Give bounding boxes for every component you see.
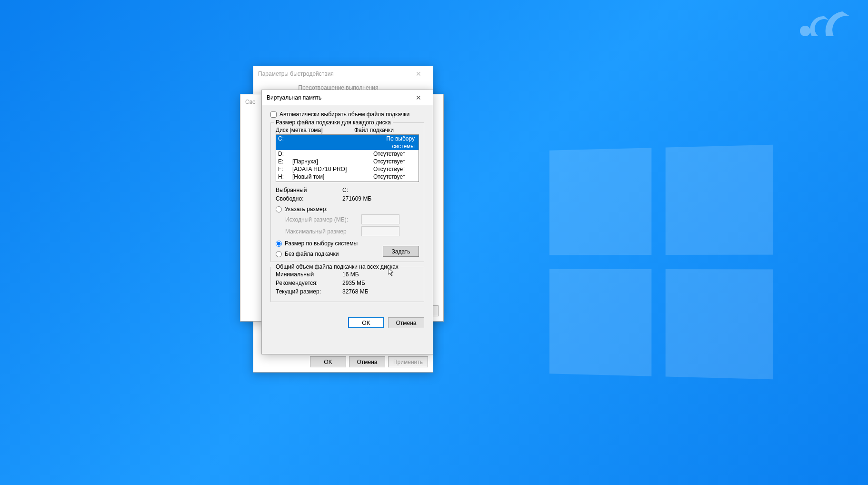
initial-size-label: Исходный размер (МБ): xyxy=(285,216,361,223)
max-size-label: Максимальный размер xyxy=(285,228,361,235)
windows-logo-background xyxy=(549,145,773,379)
set-button[interactable]: Задать xyxy=(383,246,419,257)
drive-row[interactable]: D:Отсутствует xyxy=(276,150,419,158)
auto-manage-checkbox[interactable] xyxy=(270,111,277,118)
drive-label: [Новый том] xyxy=(292,173,373,181)
vm-titlebar: Виртуальная память ✕ xyxy=(262,90,433,105)
initial-size-input xyxy=(361,214,399,224)
vm-ok-button[interactable]: OK xyxy=(348,317,384,328)
selected-drive-value: C: xyxy=(342,187,419,193)
drive-list[interactable]: C:По выбору системыD:ОтсутствуетE:[Парну… xyxy=(276,134,419,182)
close-icon[interactable]: ✕ xyxy=(409,69,428,79)
drive-label xyxy=(292,150,373,158)
min-value: 16 МБ xyxy=(342,271,359,278)
svg-point-0 xyxy=(800,26,810,36)
rec-value: 2935 МБ xyxy=(342,280,365,286)
virtual-memory-dialog: Виртуальная память ✕ Автоматически выбир… xyxy=(261,90,433,354)
per-drive-title: Размер файла подкачки для каждого диска xyxy=(274,119,393,126)
auto-manage-label: Автоматически выбирать объем файла подка… xyxy=(279,111,409,118)
free-space-value: 271609 МБ xyxy=(342,195,419,202)
drive-letter: D: xyxy=(278,150,292,158)
drive-row[interactable]: E:[Парнуха]Отсутствует xyxy=(276,158,419,165)
perf-ok-button[interactable]: OK xyxy=(310,356,346,367)
drive-letter: E: xyxy=(278,158,292,165)
drive-label: [ADATA HD710 PRO] xyxy=(292,165,373,173)
perf-cancel-button[interactable]: Отмена xyxy=(349,356,385,367)
radio-none-label: Без файла подкачки xyxy=(285,251,339,257)
drive-row[interactable]: C:По выбору системы xyxy=(276,135,419,150)
radio-custom-size[interactable] xyxy=(276,206,282,212)
cur-label: Текущий размер: xyxy=(276,288,342,295)
perf-title: Параметры быстродействия xyxy=(258,71,409,77)
totals-groupbox: Общий объем файла подкачки на всех диска… xyxy=(270,267,424,302)
perf-apply-button: Применить xyxy=(388,356,428,367)
drive-row[interactable]: H:[Новый том]Отсутствует xyxy=(276,173,419,181)
close-icon[interactable]: ✕ xyxy=(409,93,428,102)
cur-value: 32768 МБ xyxy=(342,288,369,295)
per-drive-groupbox: Размер файла подкачки для каждого диска … xyxy=(270,122,424,262)
drive-letter: H: xyxy=(278,173,292,181)
drive-list-header: Диск [метка тома] Файл подкачки xyxy=(276,127,419,133)
drive-letter: F: xyxy=(278,165,292,173)
drive-pagefile: Отсутствует xyxy=(373,158,417,165)
radio-system-label: Размер по выбору системы xyxy=(285,240,358,247)
min-label: Минимальный xyxy=(276,271,342,278)
drive-row[interactable]: F:[ADATA HD710 PRO]Отсутствует xyxy=(276,165,419,173)
drive-pagefile: Отсутствует xyxy=(373,165,417,173)
watermark-logo xyxy=(797,10,854,40)
radio-system-managed[interactable] xyxy=(276,241,282,247)
drive-label: [Парнуха] xyxy=(292,158,373,165)
col-page-label: Файл подкачки xyxy=(354,127,419,133)
col-drive-label: Диск [метка тома] xyxy=(276,127,354,133)
vm-cancel-button[interactable]: Отмена xyxy=(388,317,424,328)
vm-title: Виртуальная память xyxy=(267,94,409,101)
drive-pagefile: По выбору системы xyxy=(373,135,417,150)
radio-custom-label: Указать размер: xyxy=(285,206,328,212)
drive-label xyxy=(292,135,373,150)
selected-drive-label: Выбранный xyxy=(276,187,342,193)
max-size-input xyxy=(361,226,399,236)
free-space-label: Свободно: xyxy=(276,195,342,202)
drive-pagefile: Отсутствует xyxy=(373,150,417,158)
rec-label: Рекомендуется: xyxy=(276,280,342,286)
totals-title: Общий объем файла подкачки на всех диска… xyxy=(274,263,400,270)
perf-titlebar: Параметры быстродействия ✕ xyxy=(253,66,433,81)
radio-no-pagefile[interactable] xyxy=(276,251,282,257)
drive-pagefile: Отсутствует xyxy=(373,173,417,181)
drive-letter: C: xyxy=(278,135,292,150)
